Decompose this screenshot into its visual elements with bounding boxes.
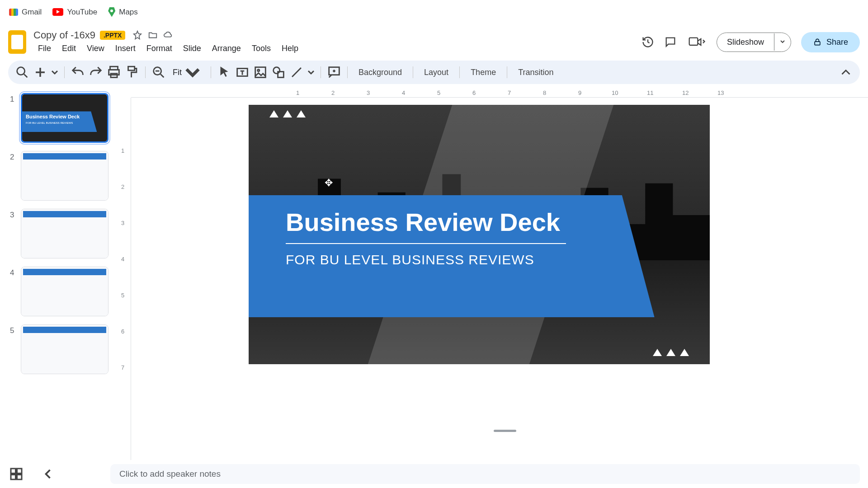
bookmarks-bar: Gmail YouTube Maps <box>0 0 868 24</box>
ruler-tick: 1 <box>296 89 299 96</box>
slide-subtitle-text[interactable]: FOR BU LEVEL BUSINESS REVIEWS <box>286 252 627 267</box>
svg-rect-6 <box>128 66 135 70</box>
ruler-tick: 10 <box>612 89 618 96</box>
slideshow-dropdown[interactable] <box>774 33 791 51</box>
slideshow-button-group: Slideshow <box>717 33 791 52</box>
decorative-triangles-top <box>269 110 306 117</box>
thumb-number: 2 <box>10 151 16 162</box>
collapse-panel-button[interactable] <box>40 466 56 482</box>
ruler-tick: 6 <box>472 89 476 96</box>
slide-canvas-area[interactable]: 1 2 3 4 5 6 7 8 9 10 11 12 13 1 2 3 4 5 … <box>118 87 868 460</box>
bookmark-youtube[interactable]: YouTube <box>52 8 97 17</box>
star-icon[interactable] <box>132 30 142 40</box>
bottom-bar: Click to add speaker notes <box>8 460 860 488</box>
zoom-select[interactable]: Fit <box>169 61 205 83</box>
thumb-number: 1 <box>10 93 16 104</box>
layout-button[interactable]: Layout <box>419 65 454 80</box>
bookmark-gmail[interactable]: Gmail <box>9 8 42 17</box>
ruler-tick: 3 <box>367 89 370 96</box>
background-button[interactable]: Background <box>353 65 407 80</box>
new-slide-button[interactable] <box>33 65 48 80</box>
chevron-down-icon <box>184 63 202 81</box>
toolbar-collapse[interactable] <box>838 65 854 80</box>
bookmark-label: YouTube <box>67 8 97 17</box>
shape-tool[interactable] <box>271 65 286 80</box>
slide-thumbnail-4[interactable] <box>21 267 108 316</box>
line-dropdown[interactable] <box>307 65 315 80</box>
svg-rect-15 <box>17 469 22 474</box>
image-tool[interactable] <box>253 65 268 80</box>
slideshow-button[interactable]: Slideshow <box>717 33 774 52</box>
current-slide[interactable]: Business Review Deck FOR BU LEVEL BUSINE… <box>249 105 710 364</box>
horizontal-ruler: 1 2 3 4 5 6 7 8 9 10 11 12 13 <box>131 87 868 98</box>
decorative-triangles-bottom <box>653 349 689 356</box>
gmail-icon <box>9 9 18 16</box>
slide-title-text[interactable]: Business Review Deck <box>286 208 627 237</box>
svg-rect-0 <box>689 38 698 45</box>
menu-tools[interactable]: Tools <box>247 42 275 55</box>
bookmark-label: Gmail <box>22 8 42 17</box>
thumb-subtitle: FOR BU LEVEL BUSINESS REVIEWS <box>26 122 93 124</box>
slide-thumbnail-2[interactable] <box>21 151 108 201</box>
grid-view-button[interactable] <box>8 466 24 482</box>
bookmark-maps[interactable]: Maps <box>108 7 138 17</box>
slide-thumbnail-panel[interactable]: 1 Business Review Deck FOR BU LEVEL BUSI… <box>0 87 118 460</box>
notes-resize-handle[interactable] <box>494 430 516 432</box>
select-tool[interactable] <box>217 65 232 80</box>
new-slide-dropdown[interactable] <box>51 65 59 80</box>
slide-thumbnail-3[interactable] <box>21 209 108 258</box>
share-button[interactable]: Share <box>801 32 860 52</box>
title-banner[interactable]: Business Review Deck FOR BU LEVEL BUSINE… <box>249 195 655 317</box>
lock-icon <box>813 38 822 47</box>
paint-format-button[interactable] <box>124 65 140 80</box>
comment-add-button[interactable] <box>326 65 342 80</box>
format-badge: .PPTX <box>100 31 125 40</box>
menu-slide[interactable]: Slide <box>179 42 206 55</box>
comments-icon[interactable] <box>664 36 677 48</box>
undo-button[interactable] <box>70 65 85 80</box>
separator <box>459 66 460 78</box>
menu-file[interactable]: File <box>33 42 56 55</box>
maps-icon <box>108 7 115 17</box>
main-area: 1 Business Review Deck FOR BU LEVEL BUSI… <box>0 87 868 460</box>
thumb-number: 3 <box>10 209 16 220</box>
speaker-notes-input[interactable]: Click to add speaker notes <box>110 464 860 484</box>
ruler-tick: 3 <box>121 220 124 226</box>
slide-thumbnail-1[interactable]: Business Review Deck FOR BU LEVEL BUSINE… <box>21 93 108 143</box>
svg-point-10 <box>258 70 259 71</box>
theme-button[interactable]: Theme <box>465 65 501 80</box>
document-title[interactable]: Copy of -16x9 <box>33 29 95 41</box>
meet-icon[interactable] <box>687 36 707 48</box>
print-button[interactable] <box>106 65 122 80</box>
menu-view[interactable]: View <box>82 42 109 55</box>
ruler-tick: 5 <box>437 89 440 96</box>
slides-app-icon[interactable] <box>8 30 26 54</box>
title-divider <box>286 243 566 244</box>
redo-button[interactable] <box>88 65 104 80</box>
ruler-tick: 1 <box>121 147 124 154</box>
svg-rect-17 <box>17 475 22 480</box>
cloud-status-icon[interactable] <box>163 30 173 40</box>
notes-placeholder: Click to add speaker notes <box>119 469 221 479</box>
ruler-tick: 2 <box>331 89 335 96</box>
ruler-tick: 2 <box>121 183 124 190</box>
menu-edit[interactable]: Edit <box>57 42 80 55</box>
svg-point-2 <box>17 67 25 75</box>
menu-format[interactable]: Format <box>142 42 177 55</box>
search-menus-button[interactable] <box>14 65 30 80</box>
menu-help[interactable]: Help <box>277 42 303 55</box>
textbox-tool[interactable] <box>235 65 250 80</box>
transition-button[interactable]: Transition <box>513 65 559 80</box>
line-tool[interactable] <box>289 65 304 80</box>
share-label: Share <box>826 38 848 47</box>
separator <box>211 66 211 78</box>
menu-arrange[interactable]: Arrange <box>208 42 245 55</box>
menu-insert[interactable]: Insert <box>111 42 140 55</box>
history-icon[interactable] <box>642 36 654 48</box>
ruler-tick: 13 <box>717 89 724 96</box>
svg-point-11 <box>274 67 280 74</box>
menubar: File Edit View Insert Format Slide Arran… <box>33 42 303 55</box>
move-folder-icon[interactable] <box>148 30 158 40</box>
slide-thumbnail-5[interactable] <box>21 324 108 374</box>
zoom-out-button[interactable] <box>151 65 166 80</box>
